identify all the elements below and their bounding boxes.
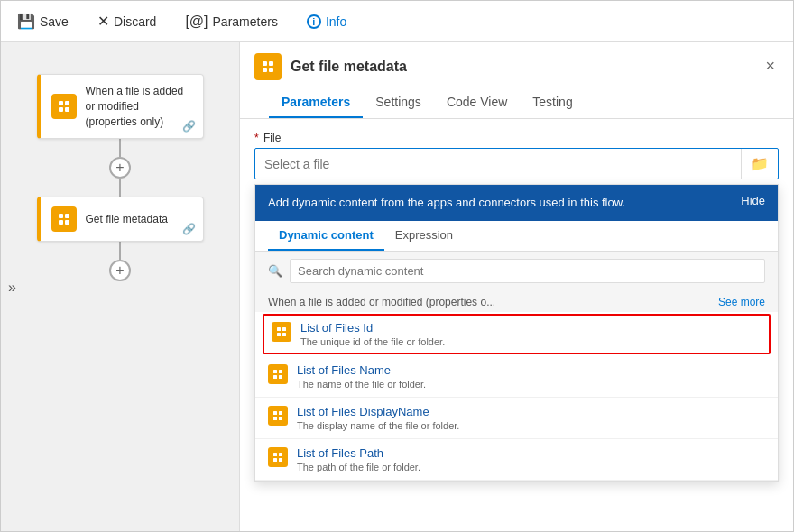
file-input-row: 📁: [254, 148, 779, 179]
dropdown-tab-dynamic[interactable]: Dynamic content: [268, 221, 384, 251]
item-text: List of Files Path The path of the file …: [297, 446, 420, 472]
save-button[interactable]: 💾 Save: [12, 9, 74, 33]
svg-rect-16: [273, 370, 277, 373]
svg-rect-26: [273, 458, 277, 462]
section-label-text: When a file is added or modified (proper…: [268, 296, 495, 308]
dropdown-items: List of Files Id The unique id of the fi…: [255, 312, 778, 481]
trigger-icon: [51, 94, 77, 119]
svg-rect-25: [279, 453, 282, 456]
see-more-link[interactable]: See more: [718, 296, 765, 308]
svg-rect-3: [65, 107, 69, 112]
expand-icon[interactable]: »: [8, 280, 16, 296]
panel-title-row: Get file metadata: [254, 53, 600, 87]
svg-rect-11: [269, 68, 273, 72]
svg-rect-20: [273, 411, 277, 415]
trigger-node[interactable]: When a file is addedor modified(properti…: [37, 74, 204, 139]
svg-rect-13: [282, 327, 286, 331]
flow-canvas: » When a file is addedor modified(proper…: [1, 42, 240, 532]
required-star: *: [254, 132, 259, 144]
file-field-label: * File: [254, 132, 779, 144]
panel-body: * File 📁 Add dynamic content from the ap…: [240, 119, 793, 532]
discard-icon: ✕: [97, 13, 109, 30]
tab-code-view[interactable]: Code View: [434, 87, 520, 118]
svg-rect-0: [59, 101, 63, 105]
list-item[interactable]: List of Files Name The name of the file …: [255, 356, 778, 398]
item-desc: The path of the file or folder.: [297, 462, 420, 472]
file-label-text: File: [263, 132, 281, 144]
svg-rect-12: [277, 327, 281, 331]
panel-tabs: Parameters Settings Code View Testing: [254, 87, 600, 118]
item-icon: [268, 447, 288, 467]
item-title: List of Files Id: [300, 321, 445, 335]
action-node[interactable]: Get file metadata 🔗: [37, 197, 204, 242]
svg-rect-17: [279, 370, 282, 373]
parameters-icon: [@]: [185, 14, 208, 30]
item-desc: The unique id of the file or folder.: [300, 336, 445, 347]
list-item[interactable]: List of Files Path The path of the file …: [255, 439, 778, 481]
item-desc: The display name of the file or folder.: [297, 420, 459, 431]
item-text: List of Files DisplayName The display na…: [297, 405, 459, 431]
dropdown-header: Add dynamic content from the apps and co…: [255, 185, 778, 221]
panel-action-icon: [254, 53, 282, 80]
connector-1: [119, 139, 121, 157]
svg-rect-18: [273, 375, 277, 379]
add-step-button-2[interactable]: +: [109, 260, 131, 281]
action-link-icon: 🔗: [182, 223, 196, 235]
file-input-container: 📁 Add dynamic content from the apps and …: [254, 148, 779, 179]
dropdown-section-label: When a file is added or modified (proper…: [255, 290, 778, 312]
discard-label: Discard: [114, 14, 156, 29]
dropdown-tab-expression[interactable]: Expression: [384, 221, 464, 251]
svg-rect-4: [59, 214, 63, 218]
search-icon: 🔍: [268, 264, 282, 278]
discard-button[interactable]: ✕ Discard: [92, 9, 162, 33]
item-text: List of Files Id The unique id of the fi…: [300, 321, 445, 347]
svg-rect-15: [282, 333, 286, 336]
item-title: List of Files DisplayName: [297, 405, 459, 418]
svg-rect-24: [273, 453, 277, 456]
hide-button[interactable]: Hide: [741, 194, 765, 207]
svg-rect-14: [277, 333, 281, 336]
item-icon: [268, 406, 288, 426]
dropdown-header-text: Add dynamic content from the apps and co…: [268, 194, 732, 212]
svg-rect-7: [65, 220, 69, 225]
svg-rect-27: [279, 458, 282, 462]
detail-panel: Get file metadata Parameters Settings Co…: [240, 42, 793, 532]
tab-parameters[interactable]: Parameters: [269, 87, 363, 118]
svg-rect-6: [59, 220, 63, 225]
item-icon: [272, 322, 291, 342]
file-input[interactable]: [255, 151, 741, 178]
connector-2: [119, 179, 121, 197]
connector-3: [119, 242, 121, 260]
tab-testing[interactable]: Testing: [520, 87, 585, 118]
close-button[interactable]: ×: [762, 53, 779, 79]
svg-rect-22: [273, 417, 277, 420]
item-title: List of Files Path: [297, 446, 420, 460]
item-icon: [268, 364, 288, 384]
svg-rect-19: [279, 375, 282, 379]
toolbar: 💾 Save ✕ Discard [@] Parameters i Info: [1, 1, 793, 42]
parameters-button[interactable]: [@] Parameters: [180, 10, 283, 33]
action-icon: [51, 206, 77, 232]
dropdown-tabs: Dynamic content Expression: [255, 221, 778, 252]
list-item[interactable]: List of Files DisplayName The display na…: [255, 398, 778, 439]
parameters-label: Parameters: [213, 14, 278, 29]
dropdown-search-container: 🔍: [255, 252, 778, 290]
svg-rect-8: [263, 61, 267, 66]
info-icon: i: [307, 14, 321, 29]
trigger-node-text: When a file is addedor modified(properti…: [86, 84, 184, 129]
list-item[interactable]: List of Files Id The unique id of the fi…: [263, 314, 771, 354]
tab-settings[interactable]: Settings: [363, 87, 434, 118]
svg-rect-2: [59, 107, 63, 112]
item-text: List of Files Name The name of the file …: [297, 363, 426, 390]
panel-title: Get file metadata: [291, 59, 407, 75]
svg-rect-23: [279, 417, 282, 420]
svg-rect-10: [263, 68, 267, 72]
search-input[interactable]: [290, 259, 765, 283]
folder-icon[interactable]: 📁: [741, 149, 778, 179]
add-step-button-1[interactable]: +: [109, 157, 131, 179]
panel-header: Get file metadata Parameters Settings Co…: [240, 42, 793, 119]
trigger-link-icon: 🔗: [182, 120, 196, 133]
save-label: Save: [40, 14, 69, 29]
svg-rect-5: [65, 214, 69, 218]
info-button[interactable]: i Info: [301, 11, 352, 32]
